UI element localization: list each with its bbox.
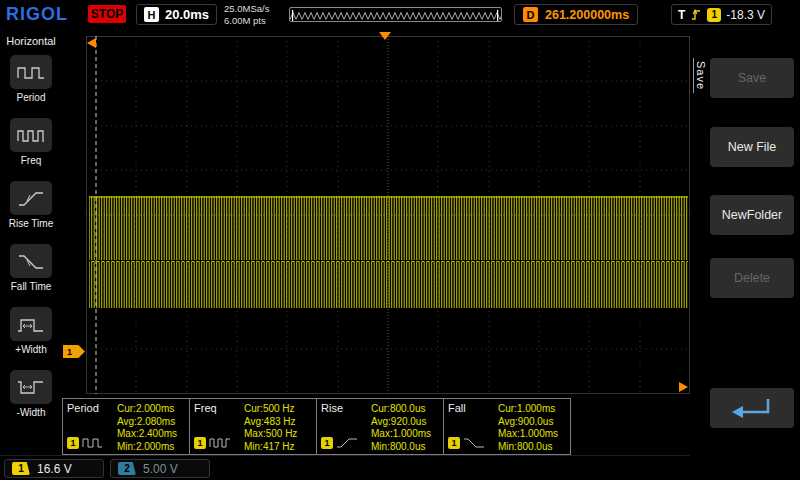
measurement-source-badge: 1 [67, 437, 79, 449]
trigger-label: T [678, 8, 685, 22]
measure-menu-title: Horizontal [6, 35, 56, 47]
menu-item-label: Rise Time [9, 218, 53, 229]
graticule [86, 36, 690, 394]
value-min: Min:2.000ms [117, 441, 185, 454]
fall-time-icon [10, 244, 52, 278]
value-avg: Avg:2.080ms [117, 416, 185, 429]
measurement-source-badge: 1 [321, 437, 333, 449]
channel-2-indicator[interactable]: 2 5.00 V [110, 459, 210, 478]
measurement-panels: Period 1 Cur:2.000ms Avg:2.080ms Max:2.4… [62, 398, 570, 455]
measurement-source-badge: 1 [194, 437, 206, 449]
measurement-values: Cur:800.0us Avg:920.0us Max:1.000ms Min:… [371, 402, 439, 451]
delay-offscreen-marker[interactable] [87, 38, 96, 48]
delay-value: 261.200000ms [545, 8, 629, 22]
value-avg: Avg:920.0us [371, 416, 439, 429]
menu-item-label: +Width [15, 344, 46, 355]
channel-1-indicator[interactable]: 1 16.6 V [4, 459, 104, 478]
value-min: Min:417 Hz [244, 441, 312, 454]
memory-depth: 6.00M pts [224, 15, 269, 27]
oscilloscope-screen: RIGOL STOP H 20.0ms 25.0MSa/s 6.00M pts [0, 0, 800, 480]
channel-1-scale: 16.6 V [37, 462, 72, 476]
measurement-name: Rise [321, 402, 371, 414]
measurement-source-badge: 1 [448, 437, 460, 449]
plus-width-icon [10, 307, 52, 341]
timebase-value: 20.0ms [165, 7, 209, 22]
trigger-source-badge: 1 [707, 8, 721, 22]
ch1-level-marker[interactable]: 1 [63, 345, 85, 358]
channel-2-scale: 5.00 V [143, 462, 178, 476]
ch1-waveform [89, 196, 688, 308]
menu-item-label: Freq [21, 155, 42, 166]
status-bar: RIGOL STOP H 20.0ms 25.0MSa/s 6.00M pts [0, 0, 800, 30]
delay-group[interactable]: D 261.200000ms [514, 4, 638, 25]
channel-1-badge: 1 [12, 462, 30, 475]
freq-glyph-icon [209, 436, 231, 449]
channel-2-badge: 2 [118, 462, 136, 475]
freq-icon [10, 118, 52, 152]
rise-glyph-icon [336, 436, 358, 449]
period-glyph-icon [82, 436, 104, 449]
sample-rate: 25.0MSa/s [224, 3, 269, 15]
waveform-overview-strip [289, 7, 502, 22]
back-button[interactable] [710, 388, 794, 428]
delete-button[interactable]: Delete [710, 258, 794, 298]
measurement-name: Period [67, 402, 117, 414]
trigger-group[interactable]: T 1 -18.3 V [671, 4, 772, 25]
return-arrow-icon [724, 395, 780, 421]
save-menu: Save Save New File NewFolder Delete [690, 30, 800, 480]
value-cur: Cur:2.000ms [117, 403, 185, 416]
period-icon [10, 55, 52, 89]
new-file-button[interactable]: New File [710, 127, 794, 167]
new-folder-button[interactable]: NewFolder [710, 195, 794, 235]
menu-item-fall-time[interactable]: Fall Time [10, 244, 52, 292]
acquisition-info: 25.0MSa/s 6.00M pts [224, 3, 269, 27]
value-avg: Avg:483 Hz [244, 416, 312, 429]
value-cur: Cur:800.0us [371, 403, 439, 416]
trigger-level-value: -18.3 V [726, 8, 765, 22]
waveform-display: 1 [62, 30, 690, 398]
measurement-values: Cur:1.000ms Avg:900.0us Max:1.000ms Min:… [498, 402, 566, 451]
fall-glyph-icon [463, 436, 485, 449]
measurement-panel-fall[interactable]: Fall 1 Cur:1.000ms Avg:900.0us Max:1.000… [443, 398, 571, 455]
value-max: Max:1.000ms [498, 428, 566, 441]
measurement-values: Cur:500 Hz Avg:483 Hz Max:500 Hz Min:417… [244, 402, 312, 451]
menu-item-period[interactable]: Period [10, 55, 52, 103]
save-menu-tab: Save [693, 58, 708, 93]
value-cur: Cur:500 Hz [244, 403, 312, 416]
value-max: Max:2.400ms [117, 428, 185, 441]
value-min: Min:800.0us [498, 441, 566, 454]
overview-waveform-icon [290, 9, 501, 22]
value-max: Max:500 Hz [244, 428, 312, 441]
minus-width-icon [10, 370, 52, 404]
rigol-logo: RIGOL [6, 4, 68, 25]
horizontal-timebase-group[interactable]: H 20.0ms [136, 4, 217, 25]
horizontal-badge: H [144, 7, 159, 22]
measure-menu: Horizontal Period Freq Rise Time Fall Ti… [0, 30, 62, 455]
value-avg: Avg:900.0us [498, 416, 566, 429]
trigger-slope-icon [690, 7, 702, 22]
run-state-indicator: STOP [88, 5, 126, 23]
value-cur: Cur:1.000ms [498, 403, 566, 416]
menu-item-label: -Width [17, 407, 46, 418]
menu-item-pos-width[interactable]: +Width [10, 307, 52, 355]
measurement-panel-period[interactable]: Period 1 Cur:2.000ms Avg:2.080ms Max:2.4… [62, 398, 190, 455]
menu-item-label: Fall Time [11, 281, 52, 292]
measurement-values: Cur:2.000ms Avg:2.080ms Max:2.400ms Min:… [117, 402, 185, 451]
menu-item-freq[interactable]: Freq [10, 118, 52, 166]
measurement-name: Fall [448, 402, 498, 414]
value-min: Min:800.0us [371, 441, 439, 454]
measurement-panel-rise[interactable]: Rise 1 Cur:800.0us Avg:920.0us Max:1.000… [316, 398, 444, 455]
measurement-name: Freq [194, 402, 244, 414]
value-max: Max:1.000ms [371, 428, 439, 441]
delay-badge: D [523, 7, 538, 22]
menu-item-neg-width[interactable]: -Width [10, 370, 52, 418]
save-button[interactable]: Save [710, 58, 794, 98]
menu-item-rise-time[interactable]: Rise Time [9, 181, 53, 229]
menu-item-label: Period [17, 92, 46, 103]
measurement-panel-freq[interactable]: Freq 1 Cur:500 Hz Avg:483 Hz Max:500 Hz … [189, 398, 317, 455]
rise-time-icon [10, 181, 52, 215]
trigger-position-marker[interactable] [379, 32, 391, 40]
channel-status-bar: 1 16.6 V 2 5.00 V [0, 455, 800, 480]
trigger-level-offscreen-marker[interactable] [679, 382, 688, 392]
